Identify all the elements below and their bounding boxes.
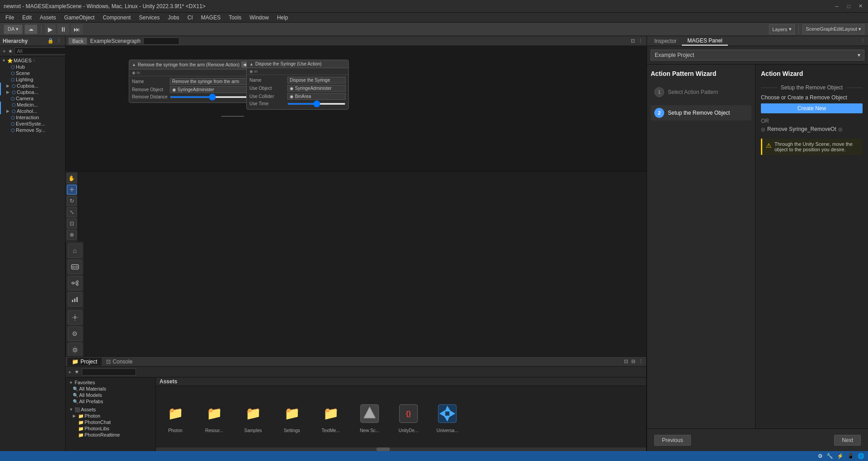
- node1-removeobj-value[interactable]: ◉ SyringeAdminister: [170, 86, 254, 93]
- tree-photonrealtime[interactable]: 📁 PhotonRealtime: [67, 432, 154, 438]
- gear-btn[interactable]: ⚙: [68, 326, 82, 341]
- minimize-btn[interactable]: ─: [833, 2, 841, 10]
- home-btn[interactable]: ⌂: [68, 243, 82, 258]
- scroll-thumb[interactable]: [376, 447, 390, 451]
- apw-step-1[interactable]: 1 Select Action Pattern: [651, 84, 751, 100]
- tree-photonchat[interactable]: 📁 PhotonChat: [67, 419, 154, 425]
- tree-item-alcohol[interactable]: ▶ ⬡ Alcohol...: [0, 108, 65, 114]
- tab-project[interactable]: 📁 Project: [67, 358, 102, 366]
- tree-item-hub[interactable]: ⬡ Hub: [0, 64, 65, 70]
- proj-load-btn[interactable]: ⊟: [630, 359, 636, 364]
- menu-edit[interactable]: Edit: [19, 14, 35, 22]
- tree-item-medicin[interactable]: ⬡ Medicin...: [0, 102, 65, 108]
- asset-resources[interactable]: 📁 Resour...: [198, 401, 230, 433]
- menu-ci[interactable]: CI: [184, 14, 197, 22]
- tree-item-eventsystem[interactable]: ⬡ EventSyste...: [0, 121, 65, 127]
- layout-dropdown[interactable]: SceneGraphEditLayout ▾: [802, 24, 864, 34]
- tree-item-interaction[interactable]: ⬡ Interaction: [0, 114, 65, 121]
- play-button[interactable]: ▶: [45, 24, 56, 34]
- menu-gameobject[interactable]: GameObject: [61, 14, 98, 22]
- create-new-button[interactable]: Create New: [761, 103, 863, 113]
- tree-photonlibs[interactable]: 📁 PhotonLibs: [67, 425, 154, 432]
- menu-tools[interactable]: Tools: [225, 14, 245, 22]
- status-icon-4[interactable]: 📱: [847, 453, 854, 459]
- previous-button[interactable]: Previous: [654, 435, 691, 446]
- sg-options-btn[interactable]: ⋮: [637, 38, 644, 44]
- scene-tool-hand[interactable]: ✋: [67, 173, 77, 183]
- tree-item-cupboard1[interactable]: ▶ ⬡ Cupboa...: [0, 83, 65, 89]
- layers-dropdown[interactable]: Layers ▾: [769, 24, 795, 34]
- proj-save-btn[interactable]: ⊡: [623, 359, 629, 364]
- scene-tool-move[interactable]: ✛: [67, 185, 77, 195]
- apw-step-2[interactable]: 2 Setup the Remove Object: [651, 105, 751, 121]
- menu-assets[interactable]: Assets: [36, 14, 60, 22]
- tree-assets[interactable]: ▼ ⬛ Assets: [67, 406, 154, 413]
- view-settings-btn[interactable]: [68, 310, 82, 325]
- maximize-btn[interactable]: □: [845, 2, 853, 10]
- status-icon-1[interactable]: ⚙: [818, 453, 823, 459]
- right-panel-menu-btn[interactable]: ⋮: [859, 38, 866, 44]
- asset-scrollbar[interactable]: [156, 447, 646, 451]
- tree-favorites[interactable]: ★ Favorites: [67, 379, 154, 386]
- cloud-btn[interactable]: ☁: [24, 24, 38, 34]
- tab-mages-panel[interactable]: MAGES Panel: [682, 37, 727, 46]
- hierarchy-lock-btn[interactable]: 🔒: [47, 38, 55, 44]
- status-icon-2[interactable]: 🔧: [826, 453, 833, 459]
- scene-tool-rotate[interactable]: ↻: [67, 196, 77, 206]
- tree-item-cupboard2[interactable]: ▶ ⬡ Cupboa...: [0, 89, 65, 95]
- proj-star-btn[interactable]: ★: [74, 369, 80, 375]
- menu-file[interactable]: File: [2, 14, 18, 22]
- connect-btn[interactable]: [68, 276, 82, 290]
- tree-item-removesy[interactable]: ⬡ Remove Sy...: [0, 127, 65, 133]
- node2-useobj-value[interactable]: ◉ SyringeAdminister: [287, 85, 346, 92]
- asset-universa[interactable]: Universa...: [432, 401, 463, 433]
- project-dropdown[interactable]: Example Project ▾: [651, 50, 864, 61]
- asset-textmesh[interactable]: 📁 TextMe...: [315, 401, 347, 433]
- menu-window[interactable]: Window: [246, 14, 272, 22]
- tree-item-scene[interactable]: ⬡ Scene: [0, 70, 65, 76]
- tree-item-lighting[interactable]: ⬡ Lighting: [0, 76, 65, 83]
- scene-tool-scale[interactable]: ⤡: [67, 207, 77, 217]
- asset-newscene[interactable]: New Sc...: [354, 401, 385, 433]
- proj-search-input[interactable]: [82, 368, 136, 376]
- vr-btn[interactable]: [68, 260, 82, 274]
- node2-collider-value[interactable]: ◉ BinArea: [287, 93, 346, 100]
- tree-all-models[interactable]: 🔍 All Models: [67, 392, 154, 398]
- menu-jobs[interactable]: Jobs: [164, 14, 183, 22]
- menu-help[interactable]: Help: [273, 14, 292, 22]
- tree-item-mages[interactable]: ▼ ⭐ MAGES ›: [0, 57, 65, 64]
- status-icon-3[interactable]: ⚡: [837, 453, 844, 459]
- da-dropdown[interactable]: DA ▾: [4, 24, 23, 34]
- asset-samples[interactable]: 📁 Samples: [237, 401, 269, 433]
- status-icon-5[interactable]: 🌐: [858, 453, 864, 459]
- scene-tool-rect[interactable]: ⊡: [67, 219, 77, 228]
- menu-component[interactable]: Component: [99, 14, 134, 22]
- tree-photon[interactable]: ▶ 📁 Photon: [67, 413, 154, 419]
- node2-time-slider[interactable]: [287, 103, 346, 105]
- next-button[interactable]: Next: [834, 435, 861, 446]
- hierarchy-menu-btn[interactable]: ⋮: [56, 38, 62, 44]
- tab-console[interactable]: ⊡ Console: [102, 358, 137, 366]
- back-button[interactable]: Back: [68, 37, 87, 45]
- node1-distance-slider[interactable]: [170, 96, 255, 98]
- pause-button[interactable]: ⏸: [57, 24, 69, 34]
- node2-name-value[interactable]: Dispose the Syringe: [287, 77, 346, 84]
- gear2-btn[interactable]: [68, 343, 82, 356]
- menu-mages[interactable]: MAGES: [197, 14, 224, 22]
- asset-unityde[interactable]: {} UnityDe...: [393, 401, 424, 433]
- sg-expand-btn[interactable]: ⊡: [630, 38, 636, 44]
- proj-add-btn[interactable]: +: [67, 369, 72, 375]
- tree-item-camera[interactable]: ⬡ Camera: [0, 95, 65, 102]
- tree-all-prefabs[interactable]: 🔍 All Prefabs: [67, 398, 154, 405]
- scene-graph-search[interactable]: [143, 37, 179, 45]
- asset-photon[interactable]: 📁 Photon: [160, 401, 191, 433]
- asset-settings[interactable]: 📁 Settings: [276, 401, 308, 433]
- tree-all-materials[interactable]: 🔍 All Materials: [67, 386, 154, 392]
- analytics-btn[interactable]: [68, 292, 82, 307]
- proj-menu-btn[interactable]: ⋮: [638, 359, 644, 364]
- tab-inspector[interactable]: Inspector: [649, 37, 682, 45]
- menu-services[interactable]: Services: [135, 14, 163, 22]
- close-btn[interactable]: ✕: [856, 2, 864, 10]
- scene-tool-combined[interactable]: ⊕: [67, 230, 77, 240]
- hierarchy-star-btn[interactable]: ★: [7, 47, 14, 55]
